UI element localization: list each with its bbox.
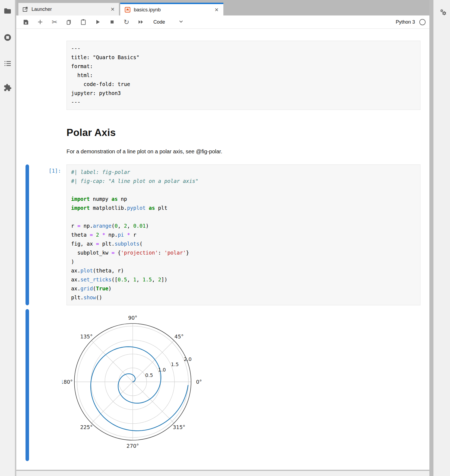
running-kernels-tab[interactable] [4, 33, 12, 42]
svg-text:270°: 270° [126, 443, 139, 449]
tab-launcher[interactable]: Launcher × [18, 3, 119, 15]
list-icon [4, 59, 12, 68]
add-cell-button[interactable] [37, 18, 44, 26]
table-of-contents-tab[interactable] [4, 59, 12, 68]
tab-label: basics.ipynb [134, 7, 214, 13]
execution-count: [1]: [29, 164, 66, 305]
code-cell-editor[interactable]: #| label: fig-polar#| fig-cap: "A line p… [66, 164, 420, 305]
notebook-panel: Launcher × basics.ipynb × [16, 0, 429, 471]
copy-icon [66, 19, 72, 25]
property-inspector-tab[interactable] [437, 6, 448, 17]
svg-text:1.5: 1.5 [171, 361, 179, 367]
stop-kernel-button[interactable] [109, 18, 116, 26]
svg-text:2.0: 2.0 [184, 356, 192, 362]
svg-text:0°: 0° [196, 379, 202, 385]
save-icon [23, 19, 29, 25]
notebook-icon [125, 7, 131, 13]
left-activity-bar [0, 0, 16, 476]
output-cell-row: 0°45°90°135°180°225°270°315°0.51.01.52.0 [26, 309, 429, 461]
input-collapser[interactable] [26, 164, 29, 305]
right-sidebar [433, 0, 450, 476]
notebook-toolbar: ✂ ↻ [16, 15, 429, 29]
puzzle-icon [4, 84, 12, 92]
svg-text:135°: 135° [80, 334, 93, 339]
markdown-cell[interactable]: Polar Axis For a demonstration of a line… [66, 127, 420, 155]
cell-type-select[interactable]: Code [153, 18, 184, 26]
clipboard-icon [80, 19, 87, 25]
output-area: 0°45°90°135°180°225°270°315°0.51.01.52.0 [62, 309, 203, 461]
close-tab-icon[interactable]: × [110, 6, 115, 12]
play-icon [94, 19, 101, 25]
cell-prompt [29, 41, 66, 110]
run-cell-button[interactable] [94, 18, 101, 26]
restart-icon: ↻ [124, 19, 129, 26]
stop-icon [109, 19, 115, 25]
stop-circle-icon [4, 33, 12, 42]
close-tab-icon[interactable]: × [214, 7, 219, 13]
svg-text:180°: 180° [62, 379, 73, 385]
run-all-button[interactable] [137, 18, 144, 26]
launcher-icon [22, 6, 28, 12]
cut-cell-button[interactable]: ✂ [51, 18, 58, 26]
section-heading: Polar Axis [66, 127, 420, 138]
code-cell-row: [1]: #| label: fig-polar#| fig-cap: "A l… [26, 164, 429, 305]
yaml-cell-editor[interactable]: ---title: "Quarto Basics"format: html: c… [66, 41, 420, 110]
polar-plot-figure: 0°45°90°135°180°225°270°315°0.51.01.52.0 [62, 309, 203, 456]
chevron-down-icon [178, 18, 184, 26]
tab-bar: Launcher × basics.ipynb × [16, 0, 429, 15]
folder-icon [4, 7, 12, 15]
copy-cell-button[interactable] [65, 18, 72, 26]
panel-divider[interactable] [429, 0, 433, 476]
markdown-paragraph: For a demonstration of a line plot on a … [66, 148, 420, 155]
notebook-content: ---title: "Quarto Basics"format: html: c… [16, 29, 429, 461]
file-browser-tab[interactable] [4, 7, 12, 15]
kernel-status-icon[interactable] [419, 19, 426, 25]
svg-text:1.0: 1.0 [158, 367, 166, 373]
extension-manager-tab[interactable] [4, 84, 12, 92]
svg-text:0.5: 0.5 [145, 372, 153, 378]
svg-text:315°: 315° [173, 424, 185, 430]
gears-icon [437, 13, 448, 18]
tab-label: Launcher [31, 7, 110, 12]
kernel-name[interactable]: Python 3 [396, 19, 415, 25]
restart-kernel-button[interactable]: ↻ [123, 18, 130, 26]
output-collapser[interactable] [26, 309, 29, 461]
plus-icon [37, 19, 43, 25]
svg-text:225°: 225° [80, 424, 93, 430]
paste-cell-button[interactable] [80, 18, 87, 26]
svg-text:90°: 90° [128, 315, 137, 321]
fast-forward-icon [138, 19, 144, 25]
tab-basics-ipynb[interactable]: basics.ipynb × [120, 3, 223, 15]
yaml-cell-row: ---title: "Quarto Basics"format: html: c… [26, 41, 429, 110]
svg-text:45°: 45° [175, 334, 184, 339]
save-button[interactable] [22, 18, 29, 26]
scissors-icon: ✂ [52, 19, 58, 26]
cell-type-value: Code [153, 19, 165, 25]
